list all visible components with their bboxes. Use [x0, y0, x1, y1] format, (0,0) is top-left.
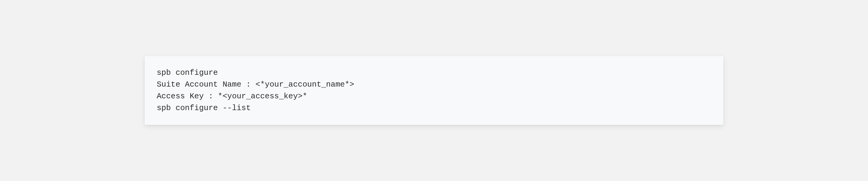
code-block: spb configure Suite Account Name : <*you… — [145, 56, 723, 125]
code-line: spb configure — [157, 67, 711, 79]
code-line: Suite Account Name : <*your_account_name… — [157, 79, 711, 90]
code-line: spb configure --list — [157, 102, 711, 114]
code-line: Access Key : *<your_access_key>* — [157, 90, 711, 102]
